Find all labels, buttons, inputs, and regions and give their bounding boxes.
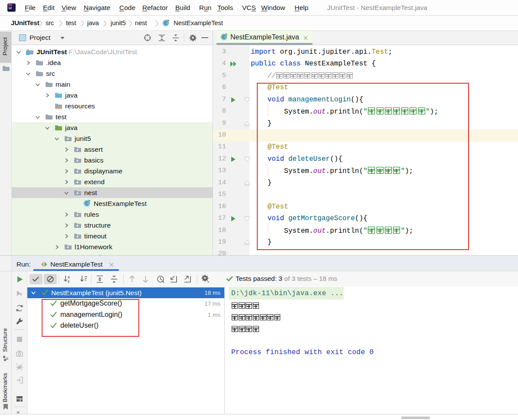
svg-text:a: a [68,275,70,279]
svg-text:C: C [85,201,89,206]
svg-text:C: C [222,34,226,39]
svg-text:C: C [164,20,167,26]
svg-text:z: z [68,279,69,283]
svg-text:9: 9 [20,292,22,296]
